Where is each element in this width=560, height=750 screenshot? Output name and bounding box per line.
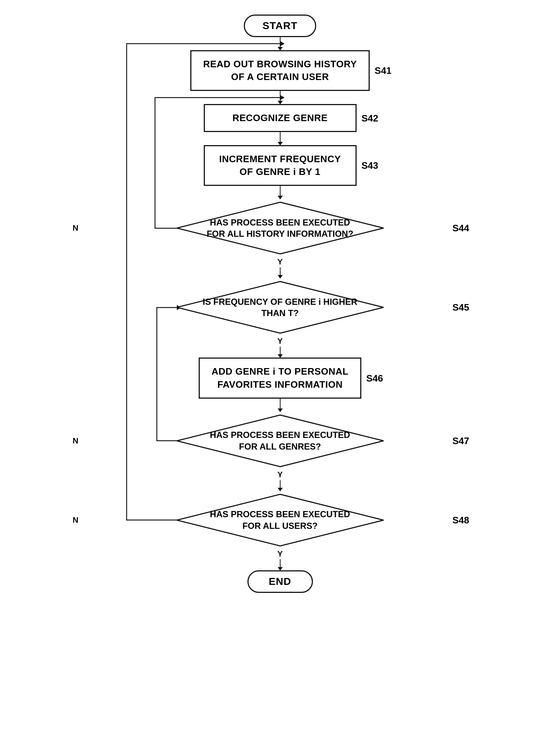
s48-diamond: HAS PROCESS BEEN EXECUTED FOR ALL USERS?: [167, 491, 393, 549]
s47-diamond: HAS PROCESS BEEN EXECUTED FOR ALL GENRES…: [167, 412, 393, 470]
arrow-7: [280, 399, 281, 412]
s48-y-label: Y: [277, 549, 283, 559]
s44-text: HAS PROCESS BEEN EXECUTED FOR ALL HISTOR…: [200, 217, 360, 239]
s45-diamond: IS FREQUENCY OF GENRE i HIGHER THAN T?: [167, 278, 393, 336]
s48-text: HAS PROCESS BEEN EXECUTED FOR ALL USERS?: [200, 508, 360, 531]
s46-process: ADD GENRE i TO PERSONAL FAVORITES INFORM…: [199, 358, 361, 398]
s45-row: IS FREQUENCY OF GENRE i HIGHER THAN T? S…: [116, 278, 444, 336]
s42-process: RECOGNIZE GENRE: [204, 104, 357, 132]
start-terminal: START: [244, 15, 316, 37]
s44-n-label: N: [73, 223, 79, 233]
s46-label: S46: [366, 372, 383, 384]
s42-label: S42: [361, 112, 378, 124]
s44-y-label: Y: [277, 257, 283, 267]
s45-label: S45: [452, 302, 469, 313]
s44-label: S44: [452, 223, 469, 234]
arrow-6: [280, 347, 281, 358]
s46-row: ADD GENRE i TO PERSONAL FAVORITES INFORM…: [199, 358, 361, 398]
s48-label: S48: [452, 514, 469, 526]
arrow-3: [280, 132, 281, 145]
arrow-4: [280, 186, 281, 199]
s47-row: N HAS PROCESS BEEN EXECUTED FOR ALL GENR…: [116, 412, 444, 470]
s48-row: N HAS PROCESS BEEN EXECUTED FOR ALL USER…: [116, 491, 444, 549]
end-label: END: [247, 570, 313, 593]
s45-text: IS FREQUENCY OF GENRE i HIGHER THAN T?: [200, 296, 360, 319]
s43-row: INCREMENT FREQUENCY OF GENRE i BY 1 S43: [204, 145, 357, 186]
s47-label: S47: [452, 435, 469, 446]
s41-label: S41: [375, 65, 392, 76]
arrow-9: [280, 559, 281, 570]
arrow-2: [280, 91, 281, 104]
s48-n-label: N: [73, 515, 79, 525]
s41-row: READ OUT BROWSING HISTORY OF A CERTAIN U…: [190, 50, 370, 91]
s41-process: READ OUT BROWSING HISTORY OF A CERTAIN U…: [190, 50, 370, 91]
arrow-5: [280, 267, 281, 278]
arrow-8: [280, 480, 281, 491]
s47-n-label: N: [73, 436, 79, 446]
s47-text: HAS PROCESS BEEN EXECUTED FOR ALL GENRES…: [200, 429, 360, 452]
s47-y-label: Y: [277, 470, 283, 479]
end-terminal: END: [247, 570, 313, 593]
s44-diamond: HAS PROCESS BEEN EXECUTED FOR ALL HISTOR…: [167, 199, 393, 257]
s42-row: RECOGNIZE GENRE S42: [204, 104, 357, 132]
s45-y-label: Y: [277, 336, 283, 346]
s43-label: S43: [361, 160, 378, 171]
arrow-1: [280, 37, 281, 50]
s43-process: INCREMENT FREQUENCY OF GENRE i BY 1: [204, 145, 357, 186]
s44-row: N HAS PROCESS BEEN EXECUTED FOR ALL HIST…: [116, 199, 444, 257]
start-label: START: [244, 15, 316, 37]
